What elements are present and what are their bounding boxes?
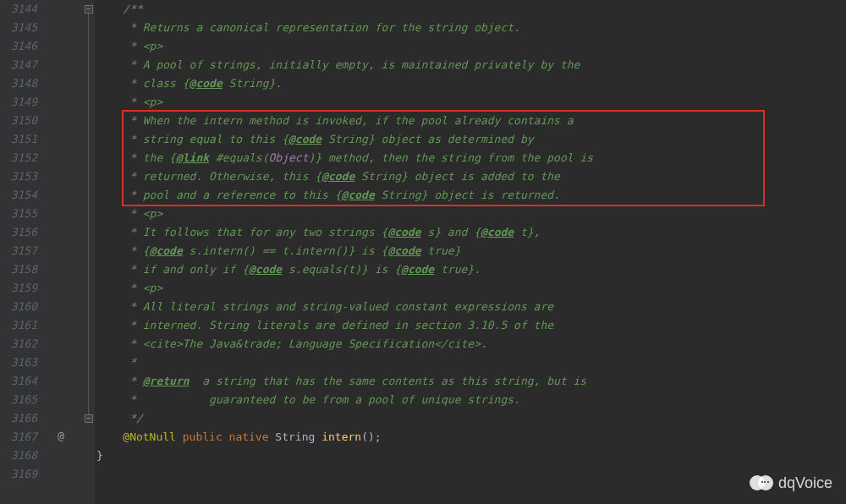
- code-line[interactable]: * <p>: [96, 205, 846, 223]
- code-token: }: [96, 449, 103, 462]
- code-token: /**: [96, 3, 143, 15]
- code-line[interactable]: * @return a string that has the same con…: [96, 372, 846, 391]
- code-line[interactable]: * if and only if {@code s.equals(t)} is …: [96, 260, 846, 279]
- line-number: 3157: [3, 242, 37, 260]
- code-token: [222, 430, 229, 443]
- code-token: *: [96, 207, 143, 220]
- code-token: [176, 430, 183, 443]
- code-token: [96, 430, 123, 443]
- code-line[interactable]: * string equal to this {@code String} ob…: [96, 130, 846, 149]
- code-token: interned. String literals are defined in…: [143, 319, 553, 331]
- code-token: s} and {: [421, 226, 481, 238]
- line-number: 3151: [3, 130, 37, 149]
- code-line[interactable]: * <p>: [96, 37, 846, 56]
- code-token: All literal strings and string-valued co…: [143, 300, 553, 313]
- code-token: <p>: [143, 40, 162, 52]
- code-token: @code: [150, 244, 183, 257]
- code-line[interactable]: * All literal strings and string-valued …: [96, 298, 846, 316]
- code-token: *: [96, 77, 143, 90]
- line-number: 3158: [3, 260, 37, 279]
- code-line[interactable]: */: [96, 409, 846, 428]
- code-token: *: [96, 393, 209, 406]
- line-number: 3164: [3, 372, 37, 391]
- code-line[interactable]: [96, 465, 846, 484]
- line-number: 3159: [3, 279, 37, 298]
- code-line[interactable]: * It follows that for any two strings {@…: [96, 223, 846, 242]
- code-line[interactable]: * When the intern method is invoked, if …: [96, 112, 846, 130]
- code-token: String} object is added to the: [354, 170, 560, 183]
- code-token: true}.: [434, 263, 481, 276]
- code-token: [315, 430, 321, 443]
- line-number: 3155: [3, 205, 37, 223]
- code-token: *: [96, 40, 143, 52]
- line-number: 3152: [3, 149, 37, 167]
- code-line[interactable]: * interned. String literals are defined …: [96, 316, 846, 335]
- code-token: @code: [288, 133, 321, 145]
- line-number: 3147: [3, 56, 37, 74]
- code-token: *: [96, 356, 136, 369]
- code-token: string equal to this {: [143, 133, 288, 145]
- code-token: @code: [401, 263, 434, 276]
- code-token: class {: [143, 77, 190, 90]
- code-token: *: [96, 263, 143, 276]
- code-line[interactable]: * guaranteed to be from a pool of unique…: [96, 391, 846, 409]
- code-token: intern: [321, 430, 361, 443]
- code-token: *: [96, 375, 143, 387]
- code-token: pool and a reference to this {: [143, 189, 342, 201]
- code-token: @code: [190, 77, 222, 90]
- code-line[interactable]: @NotNull public native String intern();: [96, 428, 846, 446]
- code-token: public: [183, 430, 222, 443]
- fold-collapse-icon[interactable]: −: [85, 5, 93, 14]
- code-token: the {: [143, 151, 176, 164]
- fold-marker-area: @−−: [52, 0, 95, 504]
- line-number: 3148: [3, 74, 37, 93]
- code-token: Returns a canonical representation for t…: [143, 21, 520, 34]
- line-number: 3169: [3, 465, 37, 484]
- code-line[interactable]: * pool and a reference to this {@code St…: [96, 186, 846, 205]
- code-line[interactable]: }: [96, 446, 846, 465]
- code-line[interactable]: * <cite>The Java&trade; Language Specifi…: [96, 335, 846, 353]
- code-line[interactable]: * <p>: [96, 93, 846, 112]
- code-token: *: [96, 244, 143, 257]
- code-token: <p>: [143, 282, 162, 294]
- code-editor[interactable]: 3144314531463147314831493150315131523153…: [0, 0, 846, 504]
- code-line[interactable]: * {@code s.intern() == t.intern()} is {@…: [96, 242, 846, 260]
- code-token: String} object is returned.: [375, 189, 560, 201]
- code-line[interactable]: /**: [96, 0, 846, 19]
- code-token: @code: [321, 170, 354, 183]
- line-number: 3145: [3, 19, 37, 37]
- fold-guide-line: [88, 14, 89, 414]
- code-token: *: [96, 319, 143, 331]
- code-token: @return: [143, 375, 190, 387]
- line-number: 3161: [3, 316, 37, 335]
- code-area[interactable]: /** * Returns a canonical representation…: [95, 0, 846, 504]
- code-token: *: [96, 133, 143, 145]
- code-token: @code: [481, 226, 514, 238]
- line-number: 3149: [3, 93, 37, 112]
- code-line[interactable]: * Returns a canonical representation for…: [96, 19, 846, 37]
- line-number: 3165: [3, 391, 37, 409]
- code-token: String}.: [222, 77, 282, 90]
- code-line[interactable]: *: [96, 353, 846, 372]
- code-token: t},: [514, 226, 540, 238]
- code-token: *: [96, 21, 143, 34]
- code-token: @NotNull: [123, 430, 176, 443]
- code-line[interactable]: * class {@code String}.: [96, 74, 846, 93]
- code-line[interactable]: * the {@link #equals(Object)} method, th…: [96, 149, 846, 167]
- code-token: String} object as determined by: [321, 133, 533, 145]
- wechat-icon: [750, 474, 773, 492]
- code-token: @code: [387, 226, 420, 238]
- code-token: *: [96, 300, 143, 313]
- code-token: @link: [176, 151, 209, 164]
- code-line[interactable]: * A pool of strings, initially empty, is…: [96, 56, 846, 74]
- code-token: a string that has the same contents as t…: [190, 375, 587, 387]
- code-token: *: [96, 151, 143, 164]
- fold-collapse-icon[interactable]: −: [85, 414, 93, 423]
- code-token: <p>: [143, 96, 162, 108]
- line-number-gutter: 3144314531463147314831493150315131523153…: [0, 0, 52, 504]
- code-token: )} method, then the string from the pool…: [309, 151, 594, 164]
- code-line[interactable]: * returned. Otherwise, this {@code Strin…: [96, 167, 846, 186]
- code-token: #equals(: [209, 151, 268, 164]
- line-number: 3153: [3, 167, 37, 186]
- code-line[interactable]: * <p>: [96, 279, 846, 298]
